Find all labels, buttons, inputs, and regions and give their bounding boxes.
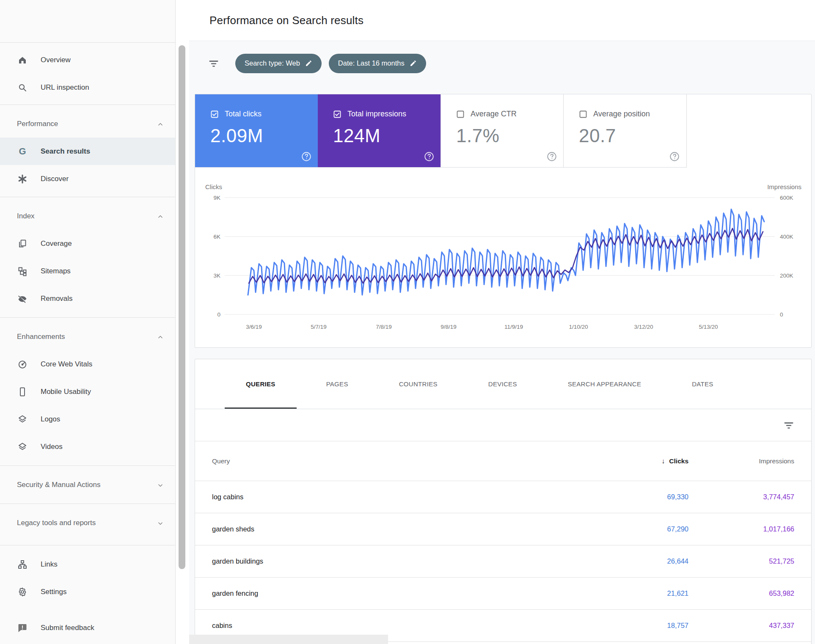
section-label: Security & Manual Actions (17, 481, 100, 489)
svg-text:0: 0 (217, 311, 220, 318)
sidebar-item-label: Coverage (41, 239, 72, 248)
sidebar-item-settings[interactable]: Settings (0, 578, 175, 605)
sidebar-item-label: Core Web Vitals (41, 360, 92, 369)
tab-search-appearance[interactable]: SEARCH APPEARANCE (547, 359, 662, 409)
gear-icon (17, 586, 28, 597)
metric-value: 124M (333, 125, 441, 146)
svg-text:3/6/19: 3/6/19 (246, 324, 262, 330)
sidebar-item-label: Sitemaps (41, 267, 71, 275)
metric-cards-row: Total clicks 2.09M Total impressions 124… (195, 94, 687, 168)
sidebar-item-sitemaps[interactable]: Sitemaps (0, 257, 175, 285)
checkbox-unchecked-icon[interactable] (456, 110, 465, 118)
impressions-column-header[interactable]: Impressions (688, 457, 794, 465)
svg-text:7/8/19: 7/8/19 (376, 324, 392, 330)
sidebar-item-label: Removals (41, 294, 73, 303)
tab-pages[interactable]: PAGES (305, 359, 369, 409)
tab-countries[interactable]: COUNTRIES (378, 359, 459, 409)
chip-label: Date: Last 16 months (338, 59, 405, 67)
clicks-cell: 67,290 (604, 525, 688, 533)
sidebar-section-enhancements[interactable]: Enhancements (0, 323, 175, 350)
svg-text:600K: 600K (780, 195, 793, 201)
svg-text:3K: 3K (213, 272, 220, 279)
total-impressions-card[interactable]: Total impressions 124M (318, 94, 441, 167)
svg-text:5/7/19: 5/7/19 (311, 324, 327, 330)
horizontal-scrollbar[interactable] (189, 635, 388, 644)
sidebar-item-submit-feedback[interactable]: Submit feedback (0, 614, 175, 641)
tab-devices[interactable]: DEVICES (467, 359, 538, 409)
help-icon[interactable] (546, 151, 557, 162)
section-label: Performance (17, 120, 58, 128)
average-ctr-card[interactable]: Average CTR 1.7% (441, 94, 563, 167)
help-icon[interactable] (424, 151, 435, 162)
query-cell: log cabins (212, 493, 604, 501)
clicks-impressions-line-chart: 9K600K6K400K3K200K00ClicksImpressions3/6… (195, 167, 811, 348)
sidebar-section-performance[interactable]: Performance (0, 110, 175, 138)
queries-table-panel: QUERIES PAGES COUNTRIES DEVICES SEARCH A… (195, 359, 812, 644)
checkbox-checked-icon[interactable] (333, 110, 341, 118)
clicks-cell: 21,621 (604, 589, 688, 597)
filter-list-icon[interactable] (208, 58, 219, 69)
help-icon[interactable] (669, 151, 680, 162)
sidebar: Overview URL inspection Performance G Se… (0, 0, 176, 644)
total-clicks-card[interactable]: Total clicks 2.09M (195, 94, 318, 167)
svg-text:0: 0 (780, 311, 783, 318)
sidebar-group-legacy: Legacy tools and reports (0, 504, 175, 545)
sort-desc-arrow-icon: ↓ (661, 457, 665, 465)
gauge-icon (17, 359, 28, 370)
clicks-column-header[interactable]: ↓Clicks (604, 457, 688, 465)
sidebar-item-logos[interactable]: Logos (0, 405, 175, 433)
impressions-cell: 653,982 (688, 589, 794, 597)
main-content: Performance on Search results Search typ… (189, 0, 815, 644)
help-icon[interactable] (301, 151, 312, 162)
tree-icon (17, 559, 28, 570)
sidebar-item-videos[interactable]: Videos (0, 433, 175, 460)
metric-value: 20.7 (579, 125, 686, 146)
sidebar-item-url-inspection[interactable]: URL inspection (0, 74, 175, 101)
vertical-scrollbar-thumb[interactable] (179, 45, 185, 569)
sidebar-item-label: Settings (41, 588, 66, 596)
sidebar-item-label: Links (41, 560, 58, 569)
table-filter-icon[interactable] (783, 420, 794, 431)
svg-text:5/13/20: 5/13/20 (699, 324, 718, 330)
sidebar-group-index: Index Coverage Sitemaps Removals (0, 197, 175, 318)
tab-dates[interactable]: DATES (671, 359, 734, 409)
chevron-down-icon (157, 482, 163, 488)
search-type-chip[interactable]: Search type: Web (235, 54, 322, 73)
average-position-card[interactable]: Average position 20.7 (563, 94, 686, 167)
sidebar-item-discover[interactable]: Discover (0, 165, 175, 193)
sidebar-top-space (0, 0, 175, 43)
table-row[interactable]: log cabins 69,330 3,774,457 (195, 481, 811, 513)
table-header-row: Query ↓Clicks Impressions (195, 441, 811, 481)
chevron-up-icon (157, 213, 163, 219)
sidebar-group-enhancements: Enhancements Core Web Vitals Mobile Usab… (0, 318, 175, 466)
chevron-up-icon (157, 121, 163, 127)
sidebar-item-mobile-usability[interactable]: Mobile Usability (0, 378, 175, 405)
sidebar-section-index[interactable]: Index (0, 202, 175, 230)
layers-icon (17, 414, 28, 425)
vertical-scrollbar-track[interactable] (176, 0, 189, 644)
table-row[interactable]: garden fencing 21,621 653,982 (195, 578, 811, 610)
metric-value: 1.7% (456, 125, 563, 146)
sidebar-section-security-manual-actions[interactable]: Security & Manual Actions (0, 471, 175, 498)
dimension-tabs: QUERIES PAGES COUNTRIES DEVICES SEARCH A… (195, 359, 811, 409)
query-cell: cabins (212, 622, 604, 630)
sidebar-item-removals[interactable]: Removals (0, 285, 175, 312)
sidebar-item-coverage[interactable]: Coverage (0, 230, 175, 257)
checkbox-checked-icon[interactable] (210, 110, 219, 118)
checkbox-unchecked-icon[interactable] (579, 110, 587, 118)
tab-queries[interactable]: QUERIES (225, 359, 297, 409)
table-row[interactable]: garden buildings 26,644 521,725 (195, 545, 811, 578)
sidebar-section-legacy-tools[interactable]: Legacy tools and reports (0, 509, 175, 537)
date-range-chip[interactable]: Date: Last 16 months (329, 54, 426, 73)
sidebar-item-label: Logos (41, 415, 60, 424)
query-column-header: Query (212, 457, 604, 465)
sidebar-item-search-results[interactable]: G Search results (0, 138, 175, 165)
query-cell: garden sheds (212, 525, 604, 533)
sidebar-item-overview[interactable]: Overview (0, 46, 175, 74)
table-row[interactable]: garden sheds 67,290 1,017,166 (195, 513, 811, 545)
sidebar-item-core-web-vitals[interactable]: Core Web Vitals (0, 350, 175, 378)
eye-off-icon (17, 293, 28, 304)
chip-label: Search type: Web (245, 59, 300, 67)
performance-chart-panel: Total clicks 2.09M Total impressions 124… (195, 94, 812, 348)
sidebar-item-links[interactable]: Links (0, 550, 175, 578)
